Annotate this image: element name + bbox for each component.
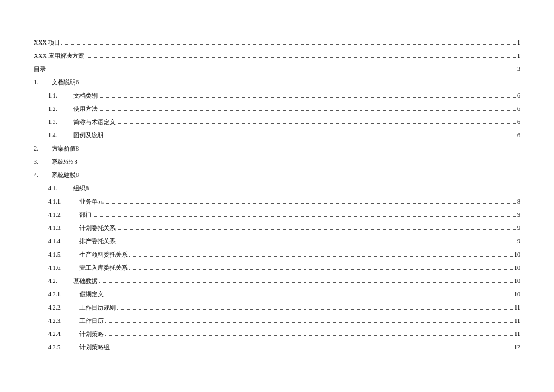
toc-page-number: 3 [517, 66, 520, 72]
toc-number: 1.3. [48, 119, 73, 125]
toc-row: 1.3.简称与术语定义6 [34, 116, 520, 129]
toc-number: 4.1. [48, 185, 73, 191]
toc-label: 计划策略组 [79, 343, 110, 352]
toc-leader-dots [105, 203, 516, 204]
toc-number: 4.1.3. [48, 225, 79, 231]
toc-row: 1.4.图例及说明6 [34, 129, 520, 142]
toc-label: 完工入库委托关系 [79, 264, 128, 272]
toc-label: 组织8 [73, 184, 89, 193]
toc-number: 4.1.5. [48, 251, 79, 258]
toc-row: 4.2.基础数据10 [34, 275, 520, 288]
toc-row: 4.1.4.排产委托关系9 [34, 235, 520, 248]
toc-page-number: 6 [517, 132, 520, 138]
toc-row: 4.1.6.完工入库委托关系10 [34, 261, 520, 275]
toc-number: 4.2.5. [48, 344, 79, 350]
toc-leader-dots [99, 110, 516, 111]
toc-number: 4.1.2. [48, 211, 79, 218]
toc-row: 4.1.5.生产领料委托关系10 [34, 248, 520, 261]
toc-number: 3. [34, 158, 52, 165]
toc-number: 4.2.2. [48, 304, 79, 311]
toc-label: 计划策略 [79, 330, 104, 338]
toc-label: 工作日历规则 [79, 303, 116, 312]
toc-page-number: 9 [517, 238, 520, 244]
toc-leader-dots [61, 44, 516, 45]
toc-number: 1.1. [48, 92, 73, 99]
toc-number: 4.2. [48, 278, 73, 284]
toc-number: 4.1.1. [48, 198, 79, 205]
toc-leader-dots [105, 335, 513, 336]
toc-row: 4.2.1.假期定义10 [34, 288, 520, 301]
toc-row: XXX 应用解决方案1 [34, 49, 520, 63]
toc-leader-dots [111, 349, 513, 349]
toc-number: 1.4. [48, 132, 73, 138]
toc-leader-dots [99, 97, 516, 98]
toc-label: 部门 [79, 211, 92, 219]
toc-label: 假期定义 [79, 290, 104, 299]
toc-page-number: 9 [517, 211, 520, 218]
toc-number: 4.1.4. [48, 238, 79, 244]
toc-label: 计划委托关系 [79, 224, 116, 232]
toc-label: 系统建模8 [52, 171, 79, 179]
toc-row: 4.2.3.工作日历11 [34, 314, 520, 328]
toc-leader-dots [117, 229, 516, 230]
toc-page-number: 6 [517, 119, 520, 125]
toc-label: 文档说明6 [52, 78, 79, 87]
toc-row: XXX 项目1 [34, 36, 520, 49]
toc-row: 4.1.组织8 [34, 182, 520, 195]
toc-label: 业务单元 [79, 198, 104, 206]
toc-number: 4. [34, 172, 52, 178]
toc-label: 工作日历 [79, 317, 104, 325]
toc-leader-dots [105, 296, 513, 296]
toc-label: 系统½½ 8 [52, 158, 78, 166]
toc-page-number: 10 [514, 264, 520, 271]
toc-label: 生产领料委托关系 [79, 250, 128, 259]
toc-number: 4.2.4. [48, 331, 79, 337]
toc-leader-dots [129, 256, 513, 257]
toc-leader-dots [105, 322, 513, 323]
toc-leader-dots [99, 282, 513, 283]
toc-label: XXX 应用解决方案 [34, 52, 84, 60]
toc-row: 4.1.3.计划委托关系9 [34, 222, 520, 235]
toc-number: 4.2.3. [48, 317, 79, 324]
toc-label: 简称与术语定义 [73, 118, 116, 126]
toc-label: XXX 项目 [34, 39, 60, 47]
toc-row: 1.2.使用方法6 [34, 102, 520, 116]
toc-row: 4.2.4.计划策略11 [34, 328, 520, 341]
toc-row: 4.1.2.部门9 [34, 208, 520, 222]
toc-label: 目录 [34, 65, 46, 73]
toc-label: 方案价值8 [52, 145, 79, 153]
toc-page-number: 10 [514, 278, 520, 284]
toc-number: 1.2. [48, 105, 73, 112]
toc-row: 目录3 [34, 63, 520, 76]
toc-number: 1. [34, 79, 52, 86]
toc-number: 4.2.1. [48, 291, 79, 297]
toc-row: 1.1.文档类别6 [34, 89, 520, 102]
toc-label: 排产委托关系 [79, 237, 116, 246]
toc-number: 2. [34, 145, 52, 152]
toc-page-number: 6 [517, 105, 520, 112]
toc-leader-dots [93, 216, 516, 217]
toc-row: 4.1.1.业务单元8 [34, 195, 520, 208]
toc-page-number: 11 [514, 317, 520, 324]
toc-row: 2.方案价值8 [34, 142, 520, 155]
toc-row: 4.2.2.工作日历规则11 [34, 301, 520, 314]
toc-page-number: 12 [514, 344, 520, 350]
toc-number: 4.1.6. [48, 264, 79, 271]
toc-leader-dots [117, 309, 513, 310]
toc-row: 1.文档说明6 [34, 76, 520, 89]
toc-leader-dots [117, 243, 516, 243]
toc-page-number: 6 [517, 92, 520, 99]
toc-page-number: 8 [517, 198, 520, 205]
toc-row: 4.2.5.计划策略组12 [34, 341, 520, 354]
toc-leader-dots [86, 57, 516, 58]
toc-page-number: 10 [514, 291, 520, 297]
toc-label: 文档类别 [73, 92, 98, 100]
toc-leader-dots [105, 137, 516, 137]
toc-page-number: 10 [514, 251, 520, 258]
table-of-contents: XXX 项目1XXX 应用解决方案1目录31.文档说明61.1.文档类别61.2… [34, 36, 520, 354]
toc-page-number: 9 [517, 225, 520, 231]
toc-row: 3.系统½½ 8 [34, 155, 520, 169]
toc-page-number: 11 [514, 331, 520, 337]
toc-leader-dots [129, 269, 513, 270]
toc-label: 基础数据 [73, 277, 98, 285]
